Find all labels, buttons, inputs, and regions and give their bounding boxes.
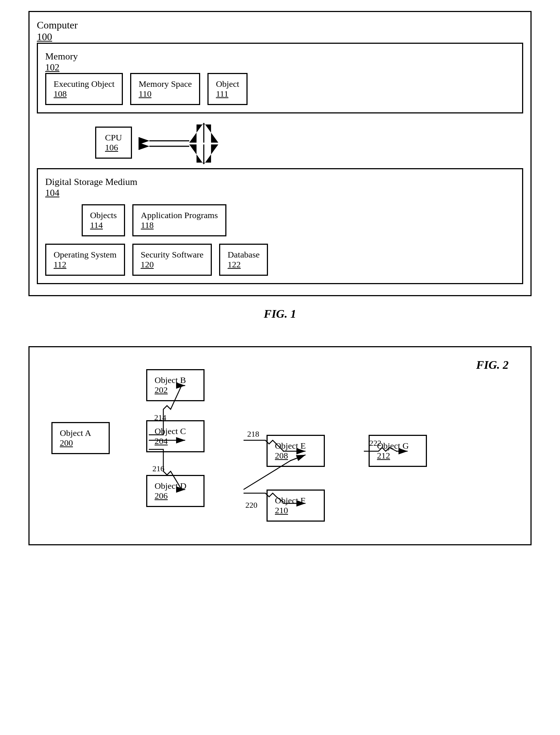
fig2-inner: FIG. 2 Object A 200 Object B 202 Object … bbox=[28, 346, 532, 545]
app-programs-box: Application Programs 118 bbox=[132, 204, 226, 236]
svg-text:218: 218 bbox=[247, 429, 259, 438]
svg-text:220: 220 bbox=[245, 500, 257, 510]
svg-line-16 bbox=[290, 455, 306, 461]
svg-text:222: 222 bbox=[369, 438, 381, 448]
svg-marker-2 bbox=[189, 144, 218, 165]
security-software-box: Security Software 120 bbox=[132, 244, 212, 276]
fig1-caption: FIG. 1 bbox=[28, 307, 532, 321]
database-box: Database 122 bbox=[219, 244, 268, 276]
object-111-box: Object 111 bbox=[207, 73, 248, 105]
memory-box: Memory 102 Executing Object 108 Memory S… bbox=[37, 43, 523, 113]
fig2-section: FIG. 2 Object A 200 Object B 202 Object … bbox=[28, 346, 532, 545]
svg-text:214: 214 bbox=[154, 413, 166, 422]
fig2-diagram: Object A 200 Object B 202 Object C 204 O… bbox=[40, 358, 520, 533]
svg-line-15 bbox=[244, 460, 291, 490]
storage-row-1: Objects 114 Application Programs 118 bbox=[82, 204, 515, 236]
svg-text:216: 216 bbox=[152, 464, 164, 473]
computer-label: Computer 100 bbox=[37, 19, 523, 43]
computer-box: Computer 100 Memory 102 Executing Object… bbox=[28, 11, 532, 296]
storage-row-2: Operating System 112 Security Software 1… bbox=[45, 244, 515, 276]
fig1-section: Computer 100 Memory 102 Executing Object… bbox=[28, 11, 532, 346]
svg-marker-0 bbox=[189, 123, 218, 143]
operating-system-box: Operating System 112 bbox=[45, 244, 125, 276]
objects-114-box: Objects 114 bbox=[82, 204, 125, 236]
memory-items: Executing Object 108 Memory Space 110 Ob… bbox=[45, 73, 515, 105]
storage-box: Digital Storage Medium 104 Objects 114 A… bbox=[37, 168, 523, 284]
fig2-arrows-svg: 214 216 218 bbox=[40, 358, 520, 533]
cpu-section: CPU 106 bbox=[37, 121, 523, 165]
cpu-box: CPU 106 bbox=[95, 127, 132, 159]
storage-inner: Objects 114 Application Programs 118 Ope… bbox=[45, 204, 515, 276]
executing-object-box: Executing Object 108 bbox=[45, 73, 123, 105]
memory-space-box: Memory Space 110 bbox=[130, 73, 200, 105]
